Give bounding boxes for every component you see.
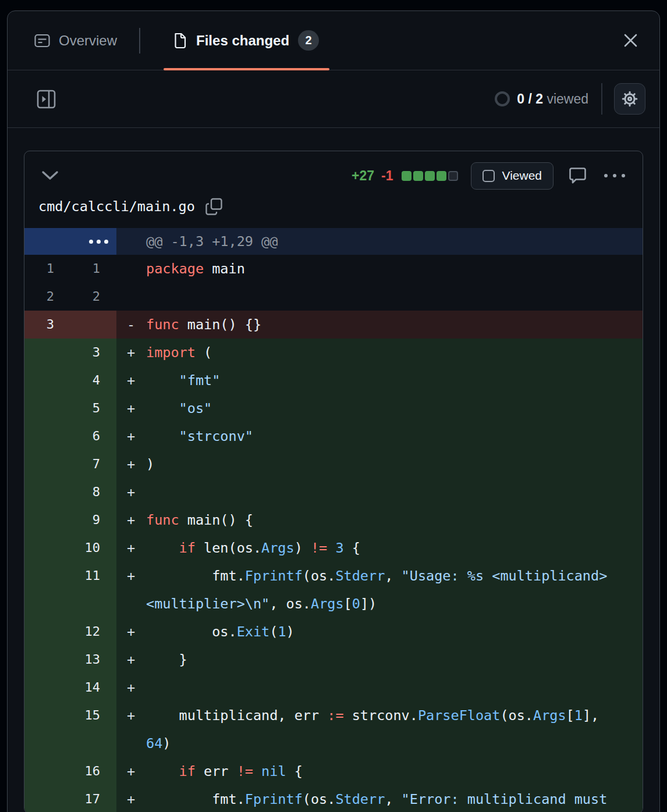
code-line: +func main() {: [116, 506, 643, 534]
code-token: Args: [533, 707, 566, 724]
code-token: Stderr: [335, 568, 385, 584]
new-line-number: 5: [70, 394, 116, 422]
code-token: , os.: [269, 596, 311, 612]
diffstat-squares: [402, 171, 458, 181]
tab-overview[interactable]: Overview: [34, 11, 117, 70]
diff-row-add: 11+ fmt.Fprintf(os.Stderr, "Usage: %s <m…: [24, 562, 643, 618]
viewed-checkbox[interactable]: [482, 170, 495, 182]
code-token: [146, 400, 179, 416]
old-line-number: 1: [24, 255, 70, 283]
diff-row-ctx: 22: [24, 283, 643, 311]
code-token: 1: [574, 707, 583, 724]
diff-marker: +: [127, 366, 146, 394]
diff-row-add: 8+: [24, 478, 643, 506]
diff-marker: +: [127, 422, 146, 450]
collapse-file-button[interactable]: [40, 165, 61, 186]
copy-path-button[interactable]: [205, 198, 223, 216]
diff-marker: +: [127, 478, 146, 506]
code-text: "fmt": [146, 366, 608, 394]
old-line-number: [24, 562, 70, 618]
tab-overview-label: Overview: [59, 33, 117, 49]
viewed-toggle-button[interactable]: Viewed: [471, 162, 554, 190]
new-line-number: 12: [70, 618, 116, 646]
code-token: !=: [237, 763, 253, 779]
old-line-number: [24, 785, 70, 812]
new-line-number: 10: [70, 534, 116, 562]
code-token: [327, 540, 335, 556]
diff-marker: +: [127, 618, 146, 646]
close-icon: [623, 33, 638, 48]
old-line-number: [24, 366, 70, 394]
code-token: Exit: [237, 624, 270, 640]
code-line: +: [116, 478, 643, 506]
tab-files-changed[interactable]: Files changed 2: [162, 11, 329, 70]
old-line-number: [24, 757, 70, 785]
code-line: + multiplicand, err := strconv.ParseFloa…: [116, 701, 643, 757]
hunk-gutter: [24, 228, 116, 255]
diffstat-square-add: [437, 171, 446, 181]
viewed-progress-text: 0 / 2 viewed: [517, 91, 588, 107]
new-line-number: 1: [70, 255, 116, 283]
code-line: + if len(os.Args) != 3 {: [116, 534, 643, 562]
line-number-gutter: 12: [24, 618, 116, 646]
code-token: [: [344, 596, 352, 612]
code-text: multiplicand, err := strconv.ParseFloat(…: [146, 701, 608, 757]
viewed-button-label: Viewed: [502, 169, 542, 183]
code-text: "os": [146, 394, 608, 422]
code-token: if: [179, 540, 196, 556]
code-token: "os": [179, 400, 212, 416]
code-token: main() {: [179, 512, 253, 528]
new-line-number: 7: [70, 450, 116, 478]
diff-marker: +: [127, 534, 146, 562]
line-number-gutter: 9: [24, 506, 116, 534]
code-line: + }: [116, 646, 643, 674]
diff-row-add: 4+ "fmt": [24, 366, 643, 394]
comment-button[interactable]: [569, 167, 587, 184]
code-text: func main() {}: [146, 311, 608, 339]
code-token: Args: [261, 540, 295, 556]
copy-icon: [205, 198, 223, 216]
sidebar-toggle-button[interactable]: [34, 87, 58, 111]
code-token: {: [286, 763, 303, 779]
files-count-badge: 2: [298, 30, 319, 51]
file-options-button[interactable]: [603, 170, 626, 181]
new-line-number: 8: [70, 478, 116, 506]
code-token: ,: [385, 568, 401, 584]
code-token: len(os.: [196, 540, 261, 556]
code-token: [146, 428, 179, 444]
viewed-count: 0 / 2: [517, 91, 543, 106]
old-line-number: [24, 450, 70, 478]
new-line-number: 3: [70, 339, 116, 366]
line-number-gutter: 11: [24, 255, 116, 283]
code-token: [: [566, 707, 574, 724]
code-token: func: [146, 316, 179, 333]
close-button[interactable]: [619, 29, 642, 52]
code-text: func main() {: [146, 506, 608, 534]
code-token: :=: [327, 707, 343, 724]
code-token: "strconv": [179, 428, 253, 444]
diffstat-square-add: [413, 171, 423, 181]
code-token: }: [146, 651, 187, 668]
code-line: + "strconv": [116, 422, 643, 450]
old-line-number: [24, 422, 70, 450]
diff-marker: +: [127, 785, 146, 812]
code-token: ): [146, 456, 154, 472]
file-header: +27 -1 Viewed: [24, 151, 643, 228]
diff-row-add: 16+ if err != nil {: [24, 757, 643, 785]
old-line-number: [24, 534, 70, 562]
expand-hunk-button[interactable]: [89, 240, 116, 244]
code-token: {: [344, 540, 360, 556]
diff-settings-button[interactable]: [614, 83, 645, 115]
diff-row-del: 3-func main() {}: [24, 311, 643, 339]
new-line-number: 17: [70, 785, 116, 812]
file-icon: [173, 33, 187, 49]
tab-files-label: Files changed: [196, 33, 289, 49]
diff-row-add: 5+ "os": [24, 394, 643, 422]
diff-marker: +: [127, 506, 146, 534]
new-line-number: [70, 311, 116, 339]
code-token: import: [146, 344, 196, 361]
deletions-count: -1: [381, 168, 393, 184]
code-token: fmt.: [146, 568, 245, 584]
code-line: + os.Exit(1): [116, 618, 643, 646]
diff-row-ctx: 11package main: [24, 255, 643, 283]
